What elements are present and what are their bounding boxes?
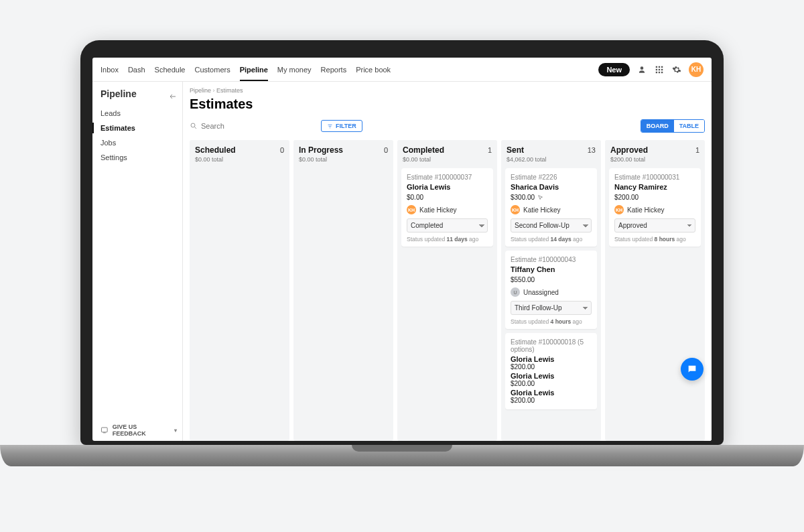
- view-toggle: BOARD TABLE: [641, 119, 705, 133]
- nav-price-book[interactable]: Price book: [356, 66, 391, 74]
- gear-icon[interactable]: [671, 64, 682, 75]
- card-customer: Gloria Lewis: [511, 389, 592, 397]
- search-input[interactable]: [201, 122, 317, 130]
- nav-dash[interactable]: Dash: [128, 66, 145, 74]
- sidebar-item-jobs[interactable]: Jobs: [100, 135, 182, 150]
- assignee-avatar: KH: [511, 205, 520, 214]
- estimate-card[interactable]: Estimate #100000018 (5 options)Gloria Le…: [505, 333, 597, 409]
- breadcrumb: PipelineEstimates: [190, 87, 705, 94]
- board: Scheduled 0 $0.00 total In Progress 0 $0…: [190, 140, 705, 441]
- card-id: Estimate #100000031: [614, 174, 695, 181]
- card-amount: $200.00: [614, 194, 695, 201]
- column-count: 0: [280, 146, 284, 154]
- assignee-name: Unassigned: [523, 289, 559, 296]
- estimate-card[interactable]: Estimate #100000031 Nancy Ramirez $200.0…: [609, 168, 701, 247]
- card-amount: $550.00: [511, 276, 592, 283]
- view-board-button[interactable]: BOARD: [641, 120, 674, 132]
- card-amount: $0.00: [407, 194, 488, 201]
- column-title: Scheduled: [195, 145, 236, 155]
- nav-schedule[interactable]: Schedule: [155, 66, 186, 74]
- svg-rect-4: [659, 68, 660, 70]
- svg-rect-1: [659, 66, 660, 67]
- card-assignee: U Unassigned: [511, 287, 592, 297]
- main-content: PipelineEstimates Estimates FILTER: [183, 82, 712, 441]
- svg-rect-2: [661, 66, 663, 67]
- assignee-name: Katie Hickey: [523, 206, 561, 214]
- user-avatar[interactable]: KH: [689, 62, 704, 77]
- collapse-sidebar-icon[interactable]: [169, 92, 177, 102]
- feedback-label: GIVE US FEEDBACK: [113, 423, 170, 437]
- nav-pipeline[interactable]: Pipeline: [240, 66, 268, 74]
- view-table-button[interactable]: TABLE: [674, 120, 704, 132]
- card-id: Estimate #100000018 (5 options): [511, 338, 592, 353]
- column-total: $0.00 total: [194, 155, 285, 168]
- give-feedback-button[interactable]: GIVE US FEEDBACK ▾: [100, 423, 177, 437]
- sidebar-title: Pipeline: [100, 88, 137, 99]
- card-updated: Status updated 14 days ago: [511, 236, 592, 243]
- svg-rect-7: [659, 71, 660, 72]
- search-icon: [190, 122, 198, 130]
- card-status-select[interactable]: Second Follow-Up: [511, 218, 592, 232]
- filter-icon: [327, 123, 333, 129]
- card-customer: Tiffany Chen: [511, 265, 592, 273]
- card-id: Estimate #2226: [511, 174, 592, 181]
- nav-inbox[interactable]: Inbox: [100, 66, 119, 74]
- column-count: 0: [384, 146, 388, 154]
- card-status-select[interactable]: Approved: [614, 218, 695, 232]
- column-total: $0.00 total: [401, 155, 493, 168]
- card-status-select[interactable]: Completed: [407, 218, 488, 232]
- svg-point-10: [191, 123, 195, 127]
- sidebar-item-settings[interactable]: Settings: [100, 150, 182, 165]
- nav-links: Inbox Dash Schedule Customers Pipeline M…: [100, 66, 391, 74]
- column-count: 1: [488, 146, 492, 154]
- chat-bubble-icon[interactable]: [681, 358, 704, 381]
- search-input-wrap: [190, 119, 317, 133]
- column-total: $4,062.00 total: [505, 155, 597, 168]
- sidebar-item-leads[interactable]: Leads: [100, 106, 182, 121]
- column-title: Sent: [507, 145, 524, 155]
- card-amount: $200.00: [511, 363, 592, 371]
- card-updated: Status updated 4 hours ago: [511, 318, 592, 325]
- card-amount: $200.00: [511, 397, 592, 404]
- card-customer: Nancy Ramirez: [614, 183, 695, 191]
- apps-grid-icon[interactable]: [654, 64, 665, 75]
- chevron-down-icon: ▾: [174, 427, 177, 434]
- card-customer: Gloria Lewis: [407, 183, 488, 191]
- person-icon[interactable]: [636, 64, 647, 75]
- card-id: Estimate #100000037: [407, 174, 488, 181]
- sidebar: Pipeline Leads Estimates Jobs Settings G…: [92, 82, 183, 441]
- card-status-select[interactable]: Third Follow-Up: [511, 301, 592, 315]
- card-amount: $300.00: [511, 194, 592, 201]
- svg-rect-5: [661, 68, 663, 70]
- column-count: 13: [588, 146, 596, 154]
- svg-rect-9: [101, 427, 107, 432]
- card-assignee: KH Katie Hickey: [614, 205, 695, 214]
- card-assignee: KH Katie Hickey: [407, 205, 488, 214]
- nav-reports[interactable]: Reports: [321, 66, 347, 74]
- page-title: Estimates: [190, 96, 705, 112]
- estimate-card[interactable]: Estimate #100000043 Tiffany Chen $550.00…: [505, 251, 597, 329]
- svg-rect-0: [656, 66, 657, 67]
- svg-rect-3: [656, 68, 657, 70]
- nav-my-money[interactable]: My money: [277, 66, 312, 74]
- nav-right: New KH: [598, 62, 704, 77]
- svg-rect-6: [656, 71, 657, 72]
- svg-rect-8: [661, 71, 663, 72]
- column-total: $200.00 total: [609, 155, 701, 168]
- assignee-avatar: KH: [614, 205, 624, 214]
- board-column: In Progress 0 $0.00 total: [293, 140, 393, 441]
- card-id: Estimate #100000043: [511, 256, 592, 263]
- card-assignee: KH Katie Hickey: [511, 205, 592, 214]
- estimate-card[interactable]: Estimate #2226 Sharica Davis $300.00 KH …: [505, 168, 597, 247]
- board-column: Sent 13 $4,062.00 total Estimate #2226 S…: [501, 140, 601, 441]
- nav-customers[interactable]: Customers: [194, 66, 230, 74]
- cursor-icon: [537, 194, 544, 201]
- estimate-card[interactable]: Estimate #100000037 Gloria Lewis $0.00 K…: [401, 168, 493, 247]
- filter-button[interactable]: FILTER: [321, 120, 362, 132]
- breadcrumb-pipeline[interactable]: Pipeline: [190, 87, 211, 94]
- column-title: Completed: [403, 145, 444, 155]
- sidebar-item-estimates[interactable]: Estimates: [100, 121, 182, 135]
- board-column: Approved 1 $200.00 total Estimate #10000…: [605, 140, 705, 441]
- new-button[interactable]: New: [598, 63, 630, 76]
- card-customer: Gloria Lewis: [511, 372, 592, 380]
